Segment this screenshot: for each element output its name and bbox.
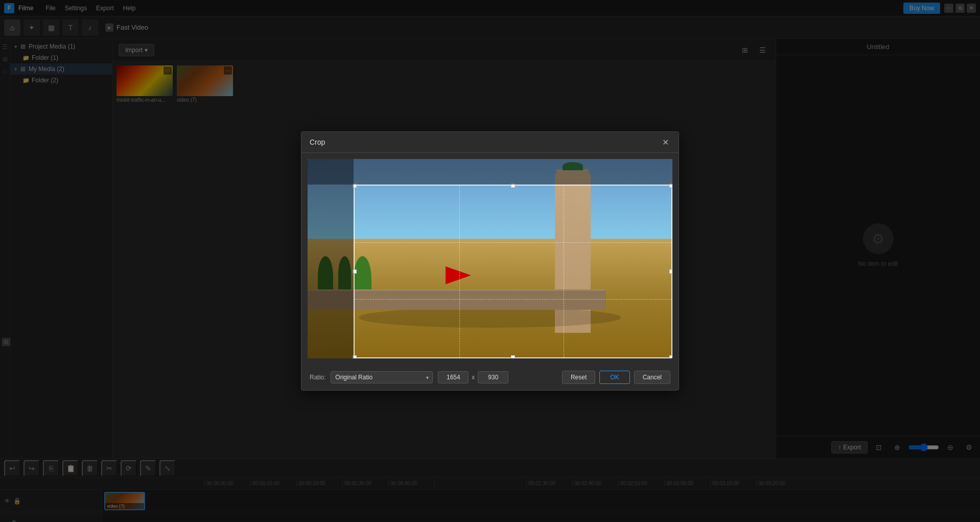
modal-overlay: Crop ✕ <box>0 0 980 522</box>
modal-close-button[interactable]: ✕ <box>660 137 670 147</box>
wall <box>308 289 606 310</box>
ratio-select-wrapper: Original Ratio 16:9 4:3 1:1 9:16 Custom … <box>331 371 433 383</box>
cancel-button[interactable]: Cancel <box>634 371 670 384</box>
ok-cancel-buttons: OK Cancel <box>599 371 670 384</box>
mosque-crown <box>556 169 589 177</box>
modal-title: Crop <box>310 138 325 146</box>
modal-header: Crop ✕ <box>301 132 679 153</box>
dimension-inputs: x <box>438 371 508 383</box>
crop-image <box>308 159 672 358</box>
modal-body <box>301 153 679 365</box>
ratio-label: Ratio: <box>310 374 325 381</box>
width-input[interactable] <box>438 371 469 383</box>
height-input[interactable] <box>478 371 508 383</box>
ok-button[interactable]: OK <box>599 371 629 384</box>
ratio-select[interactable]: Original Ratio 16:9 4:3 1:1 9:16 Custom <box>331 371 433 383</box>
mosque-dome <box>563 162 583 170</box>
tree-2 <box>338 256 351 292</box>
dimension-separator: x <box>472 374 475 381</box>
modal-footer: Ratio: Original Ratio 16:9 4:3 1:1 9:16 … <box>301 365 679 390</box>
ratio-row: Ratio: Original Ratio 16:9 4:3 1:1 9:16 … <box>310 371 508 383</box>
crop-modal: Crop ✕ <box>301 131 679 391</box>
crowd-area <box>359 307 621 328</box>
modal-action-buttons: Reset OK Cancel <box>562 371 670 384</box>
sky <box>308 159 672 249</box>
crop-canvas <box>308 159 672 358</box>
reset-button[interactable]: Reset <box>562 371 595 384</box>
